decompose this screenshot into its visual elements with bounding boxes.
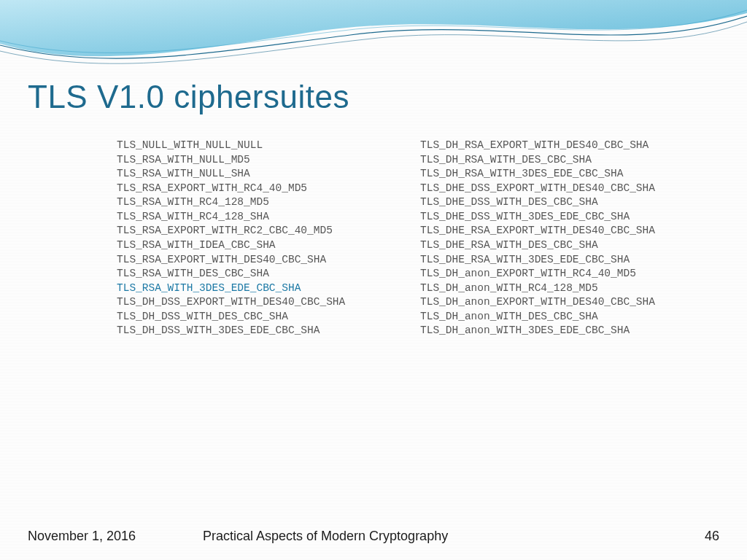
footer: November 1, 2016 Practical Aspects of Mo… xyxy=(28,529,719,544)
ciphersuite-entry: TLS_RSA_WITH_DES_CBC_SHA xyxy=(117,267,400,281)
ciphersuite-entry: TLS_NULL_WITH_NULL_NULL xyxy=(117,139,400,153)
slide: TLS V1.0 ciphersuites TLS_NULL_WITH_NULL… xyxy=(0,0,747,560)
ciphersuite-entry: TLS_DHE_RSA_EXPORT_WITH_DES40_CBC_SHA xyxy=(420,224,703,238)
ciphersuite-entry: TLS_DH_RSA_EXPORT_WITH_DES40_CBC_SHA xyxy=(420,139,703,153)
footer-course-title: Practical Aspects of Modern Cryptography xyxy=(203,529,676,544)
ciphersuite-entry: TLS_RSA_EXPORT_WITH_RC2_CBC_40_MD5 xyxy=(117,224,400,238)
footer-date: November 1, 2016 xyxy=(28,529,203,544)
ciphersuite-column-right: TLS_DH_RSA_EXPORT_WITH_DES40_CBC_SHATLS_… xyxy=(420,139,703,338)
ciphersuite-entry: TLS_DH_anon_WITH_RC4_128_MD5 xyxy=(420,281,703,296)
ciphersuite-entry: TLS_RSA_EXPORT_WITH_RC4_40_MD5 xyxy=(117,182,400,196)
ciphersuite-entry: TLS_DH_DSS_WITH_3DES_EDE_CBC_SHA xyxy=(117,324,400,338)
ciphersuite-column-left: TLS_NULL_WITH_NULL_NULLTLS_RSA_WITH_NULL… xyxy=(117,139,400,338)
ciphersuite-entry: TLS_DHE_DSS_WITH_3DES_EDE_CBC_SHA xyxy=(420,210,703,225)
content-area: TLS_NULL_WITH_NULL_NULLTLS_RSA_WITH_NULL… xyxy=(117,139,703,338)
ciphersuite-entry: TLS_DHE_RSA_WITH_DES_CBC_SHA xyxy=(420,238,703,253)
ciphersuite-entry: TLS_DH_anon_WITH_3DES_EDE_CBC_SHA xyxy=(420,324,703,338)
ciphersuite-entry: TLS_RSA_WITH_IDEA_CBC_SHA xyxy=(117,238,400,253)
ciphersuite-entry: TLS_DH_anon_EXPORT_WITH_RC4_40_MD5 xyxy=(420,267,703,281)
ciphersuite-entry: TLS_RSA_WITH_RC4_128_SHA xyxy=(117,210,400,225)
ciphersuite-entry: TLS_RSA_EXPORT_WITH_DES40_CBC_SHA xyxy=(117,253,400,268)
ciphersuite-entry: TLS_DHE_DSS_EXPORT_WITH_DES40_CBC_SHA xyxy=(420,182,703,196)
ciphersuite-entry: TLS_DH_RSA_WITH_3DES_EDE_CBC_SHA xyxy=(420,167,703,182)
ciphersuite-entry: TLS_DH_DSS_EXPORT_WITH_DES40_CBC_SHA xyxy=(117,295,400,310)
ciphersuite-entry: TLS_RSA_WITH_RC4_128_MD5 xyxy=(117,195,400,210)
ciphersuite-entry: TLS_RSA_WITH_NULL_SHA xyxy=(117,167,400,182)
ciphersuite-entry: TLS_DHE_DSS_WITH_DES_CBC_SHA xyxy=(420,195,703,210)
ciphersuite-entry: TLS_DH_anon_EXPORT_WITH_DES40_CBC_SHA xyxy=(420,295,703,310)
slide-title: TLS V1.0 ciphersuites xyxy=(28,79,349,115)
ciphersuite-entry: TLS_RSA_WITH_NULL_MD5 xyxy=(117,153,400,168)
footer-page-number: 46 xyxy=(676,529,719,544)
ciphersuite-entry: TLS_DHE_RSA_WITH_3DES_EDE_CBC_SHA xyxy=(420,253,703,268)
ciphersuite-entry: TLS_DH_anon_WITH_DES_CBC_SHA xyxy=(420,310,703,324)
ciphersuite-entry: TLS_RSA_WITH_3DES_EDE_CBC_SHA xyxy=(117,281,400,296)
ciphersuite-entry: TLS_DH_DSS_WITH_DES_CBC_SHA xyxy=(117,310,400,324)
ciphersuite-entry: TLS_DH_RSA_WITH_DES_CBC_SHA xyxy=(420,153,703,168)
